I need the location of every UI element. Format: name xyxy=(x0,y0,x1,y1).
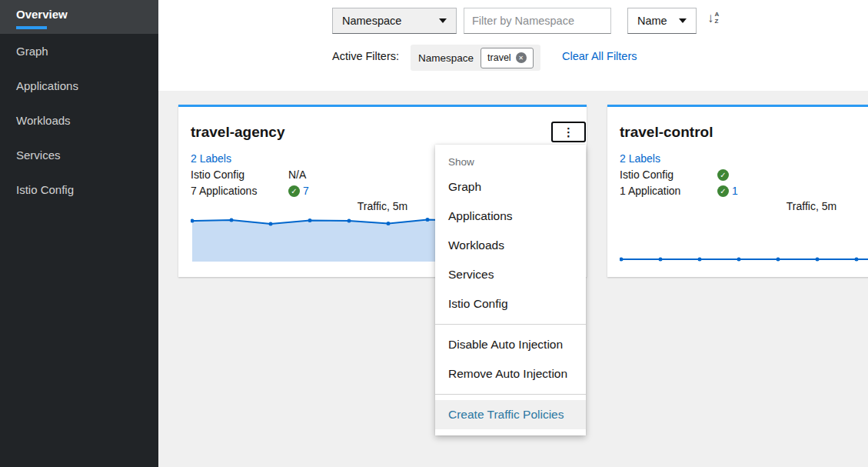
kiali-overview-page: Overview Graph Applications Workloads Se… xyxy=(0,0,868,467)
menu-item-istio-config[interactable]: Istio Config xyxy=(435,289,586,319)
menu-item-create-traffic-policies[interactable]: Create Traffic Policies xyxy=(435,400,586,429)
labels-link[interactable]: 2 Labels xyxy=(620,152,660,165)
health-ok-icon: ✓ xyxy=(717,169,729,181)
sidebar-item-applications[interactable]: Applications xyxy=(0,68,158,103)
istio-config-row: Istio Config N/A xyxy=(191,168,306,181)
menu-item-workloads[interactable]: Workloads xyxy=(435,231,586,260)
applications-row: 7 Applications ✓ 7 xyxy=(191,185,309,197)
sort-field-value: Name xyxy=(637,15,667,27)
chip-close-icon[interactable]: ✕ xyxy=(516,52,527,63)
sidebar-item-label: Services xyxy=(16,148,61,162)
sidebar-item-overview[interactable]: Overview xyxy=(0,0,158,34)
chip-group-label: Namespace xyxy=(418,52,474,64)
filter-type-value: Namespace xyxy=(342,15,401,27)
traffic-sparkline-chart[interactable] xyxy=(620,215,868,262)
menu-item-remove-auto-injection[interactable]: Remove Auto Injection xyxy=(435,359,586,389)
kebab-menu-button[interactable]: ⋮ xyxy=(551,122,586,142)
menu-separator xyxy=(435,324,586,325)
clear-all-filters-link[interactable]: Clear All Filters xyxy=(562,50,637,62)
namespace-title: travel-control xyxy=(620,124,713,141)
sidebar-item-label: Graph xyxy=(16,45,48,58)
sidebar-item-workloads[interactable]: Workloads xyxy=(0,103,158,138)
menu-item-graph[interactable]: Graph xyxy=(435,172,586,202)
sort-alpha-down-icon[interactable]: ↓ A Z xyxy=(707,12,719,25)
namespace-title: travel-agency xyxy=(191,124,285,141)
istio-config-label: Istio Config xyxy=(191,168,288,181)
active-filter-chip-group: Namespace travel ✕ xyxy=(411,45,540,71)
menu-item-services[interactable]: Services xyxy=(435,260,586,289)
applications-health-count[interactable]: 7 xyxy=(303,185,309,197)
menu-section-header: Show xyxy=(435,151,586,172)
istio-config-label: Istio Config xyxy=(620,168,717,181)
chevron-down-icon xyxy=(679,18,687,23)
sidebar-item-istio-config[interactable]: Istio Config xyxy=(0,172,158,207)
filter-type-select[interactable]: Namespace xyxy=(332,8,457,34)
menu-separator xyxy=(435,394,586,395)
traffic-chart-title: Traffic, 5m xyxy=(607,200,868,212)
sidebar-item-label: Overview xyxy=(16,8,68,21)
health-ok-icon: ✓ xyxy=(288,185,300,197)
labels-link[interactable]: 2 Labels xyxy=(191,152,231,165)
applications-health-count[interactable]: 1 xyxy=(732,185,738,197)
filter-chip-travel[interactable]: travel ✕ xyxy=(481,48,534,68)
menu-item-disable-auto-injection[interactable]: Disable Auto Injection xyxy=(435,330,586,359)
sidebar-item-label: Workloads xyxy=(16,114,71,127)
sidebar-item-label: Applications xyxy=(16,79,78,92)
applications-label: 7 Applications xyxy=(191,185,288,197)
kebab-icon: ⋮ xyxy=(563,126,574,138)
sort-field-select[interactable]: Name xyxy=(627,8,697,34)
applications-label: 1 Application xyxy=(620,185,717,197)
namespace-card-travel-control: travel-control 2 Labels Istio Config ✓ 1… xyxy=(607,105,868,277)
menu-item-applications[interactable]: Applications xyxy=(435,202,586,231)
istio-config-row: Istio Config ✓ xyxy=(620,168,732,181)
chip-label: travel xyxy=(487,52,511,63)
sidebar-item-graph[interactable]: Graph xyxy=(0,34,158,68)
sidebar-item-label: Istio Config xyxy=(16,183,74,196)
health-ok-icon: ✓ xyxy=(717,185,729,197)
active-indicator xyxy=(16,26,47,29)
sidebar-nav: Overview Graph Applications Workloads Se… xyxy=(0,0,158,467)
namespace-actions-menu: Show Graph Applications Workloads Servic… xyxy=(435,145,586,435)
istio-config-value: N/A xyxy=(288,168,306,181)
active-filters-label: Active Filters: xyxy=(332,50,399,62)
toolbar: Namespace Name ↓ A Z Active Filters: Nam… xyxy=(158,0,868,91)
chevron-down-icon xyxy=(439,18,447,23)
namespace-filter-input[interactable] xyxy=(464,8,611,34)
sidebar-item-services[interactable]: Services xyxy=(0,138,158,172)
applications-row: 1 Application ✓ 1 xyxy=(620,185,738,197)
